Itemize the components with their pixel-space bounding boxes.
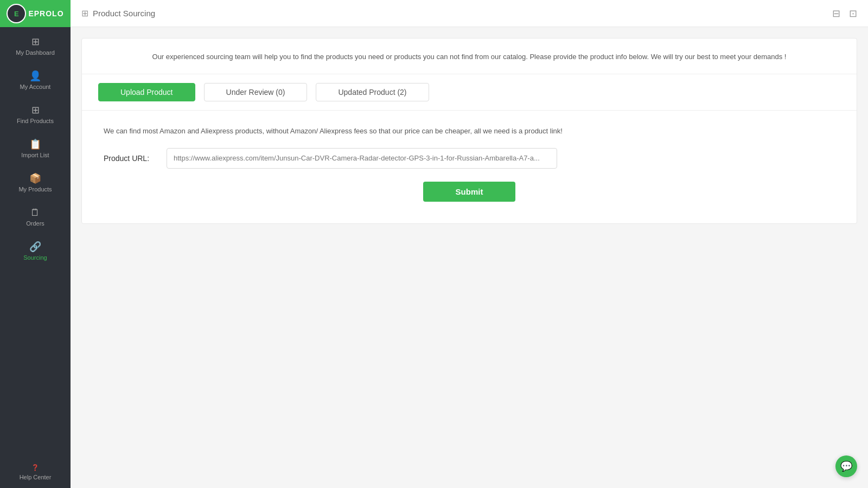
sidebar-item-label: Find Products (17, 118, 54, 124)
sidebar-item-orders[interactable]: 🗒 Orders (0, 200, 71, 234)
chat-bubble[interactable]: 💬 (835, 455, 857, 477)
tab-upload-product[interactable]: Upload Product (98, 83, 195, 101)
product-url-row: Product URL: (104, 148, 835, 169)
tab-updated-product[interactable]: Updated Product (2) (316, 83, 429, 101)
orders-icon: 🗒 (30, 208, 40, 217)
intro-text: Our experienced sourcing team will help … (82, 38, 857, 74)
form-section: We can find most Amazon and Aliexpress p… (82, 111, 857, 223)
sidebar-item-label: Sourcing (23, 254, 47, 261)
header-left: ⊞ Product Sourcing (81, 8, 155, 18)
sidebar-item-import-list[interactable]: 📋 Import List (0, 132, 71, 166)
sidebar-item-dashboard[interactable]: ⊞ My Dashboard (0, 29, 71, 63)
help-center-label: Help Center (20, 474, 52, 480)
sidebar-item-label: My Account (20, 84, 51, 90)
account-icon: 👤 (29, 71, 41, 81)
card-view-icon[interactable]: ⊡ (849, 8, 857, 20)
page-body: Our experienced sourcing team will help … (71, 27, 868, 488)
logo-text: EPROLO (28, 9, 63, 18)
find-products-icon: ⊞ (31, 105, 40, 115)
logo-initials: E (14, 10, 19, 18)
sidebar-item-label: My Dashboard (16, 49, 55, 56)
submit-button[interactable]: Submit (423, 182, 516, 202)
sidebar: E EPROLO ⊞ My Dashboard 👤 My Account ⊞ F… (0, 0, 71, 488)
sidebar-logo[interactable]: E EPROLO (0, 0, 71, 27)
chat-icon: 💬 (840, 460, 852, 472)
sidebar-navigation: ⊞ My Dashboard 👤 My Account ⊞ Find Produ… (0, 27, 71, 457)
product-url-label: Product URL: (104, 154, 158, 163)
sidebar-item-label: Orders (26, 220, 44, 227)
sidebar-item-label: My Products (18, 186, 52, 192)
dashboard-icon: ⊞ (31, 37, 40, 47)
sidebar-item-account[interactable]: 👤 My Account (0, 63, 71, 98)
sidebar-item-label: Import List (21, 152, 49, 158)
content-card: Our experienced sourcing team will help … (81, 38, 857, 224)
header: ⊞ Product Sourcing ⊟ ⊡ (71, 0, 868, 27)
sourcing-icon: 🔗 (29, 242, 41, 252)
logo-circle: E (7, 4, 26, 23)
help-center-icon: ❓ (31, 464, 39, 471)
intro-description: Our experienced sourcing team will help … (152, 53, 787, 61)
product-url-input[interactable] (167, 148, 557, 169)
page-header-icon: ⊞ (81, 8, 88, 18)
main-content: ⊞ Product Sourcing ⊟ ⊡ Our experienced s… (71, 0, 868, 488)
help-center-button[interactable]: ❓ Help Center (0, 457, 71, 488)
tab-under-review[interactable]: Under Review (0) (204, 83, 308, 101)
tabs-row: Upload Product Under Review (0) Updated … (82, 74, 857, 111)
header-right: ⊟ ⊡ (832, 8, 857, 20)
sidebar-item-find-products[interactable]: ⊞ Find Products (0, 98, 71, 132)
helper-text: We can find most Amazon and Aliexpress p… (104, 127, 835, 135)
import-list-icon: 📋 (29, 139, 41, 149)
page-title: Product Sourcing (93, 9, 155, 18)
sidebar-item-sourcing[interactable]: 🔗 Sourcing (0, 234, 71, 268)
grid-view-icon[interactable]: ⊟ (832, 8, 840, 20)
submit-row: Submit (104, 182, 835, 202)
my-products-icon: 📦 (29, 174, 41, 183)
sidebar-item-my-products[interactable]: 📦 My Products (0, 166, 71, 200)
